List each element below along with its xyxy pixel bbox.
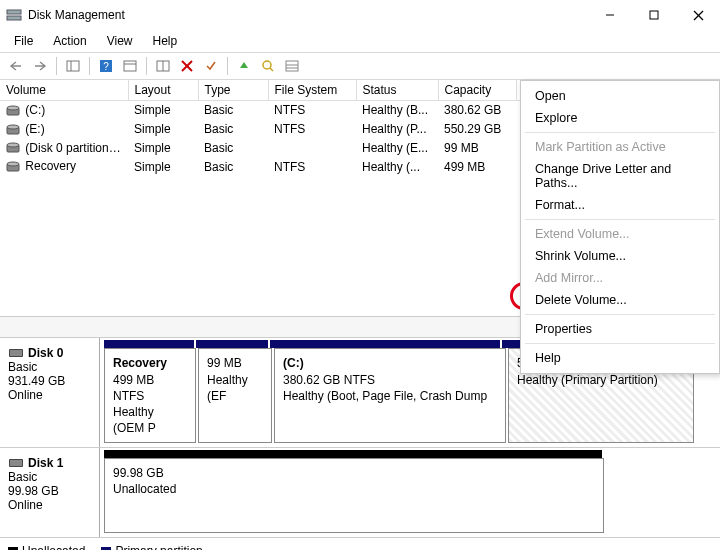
svg-rect-32	[10, 460, 22, 466]
col-volume[interactable]: Volume	[0, 80, 128, 101]
disk-icon	[8, 347, 24, 359]
menu-item-format[interactable]: Format...	[521, 194, 719, 216]
disk-0-name: Disk 0	[28, 346, 63, 360]
svg-rect-18	[286, 61, 298, 71]
menu-item-extend-volume: Extend Volume...	[521, 223, 719, 245]
up-arrow-icon[interactable]	[234, 56, 254, 76]
panel-icon[interactable]	[63, 56, 83, 76]
partition-box[interactable]: 99.98 GBUnallocated	[104, 458, 604, 533]
check-icon[interactable]	[201, 56, 221, 76]
svg-rect-10	[124, 61, 136, 71]
menu-item-delete-volume[interactable]: Delete Volume...	[521, 289, 719, 311]
disk-1-type: Basic	[8, 470, 91, 484]
delete-icon[interactable]	[177, 56, 197, 76]
col-filesystem[interactable]: File System	[268, 80, 356, 101]
forward-icon[interactable]	[30, 56, 50, 76]
svg-rect-6	[67, 61, 79, 71]
list-icon[interactable]	[282, 56, 302, 76]
svg-text:?: ?	[103, 61, 109, 72]
disk-1-state: Online	[8, 498, 91, 512]
svg-point-22	[7, 106, 19, 110]
refresh-icon[interactable]	[120, 56, 140, 76]
disk-1-header[interactable]: Disk 1 Basic 99.98 GB Online	[0, 448, 100, 537]
toolbar: ?	[0, 52, 720, 80]
partition-box[interactable]: Recovery499 MB NTFSHealthy (OEM P	[104, 348, 196, 443]
svg-rect-3	[650, 11, 658, 19]
svg-rect-30	[10, 350, 22, 356]
window-title: Disk Management	[28, 8, 588, 22]
menu-item-properties[interactable]: Properties	[521, 318, 719, 340]
disk-icon	[8, 457, 24, 469]
disk-0-size: 931.49 GB	[8, 374, 91, 388]
context-menu: OpenExploreMark Partition as ActiveChang…	[520, 80, 720, 374]
maximize-button[interactable]	[632, 0, 676, 30]
menu-item-mark-partition-as-active: Mark Partition as Active	[521, 136, 719, 158]
svg-line-17	[270, 68, 273, 71]
menu-item-change-drive-letter-and-paths[interactable]: Change Drive Letter and Paths...	[521, 158, 719, 194]
partition-box[interactable]: 99 MBHealthy (EF	[198, 348, 272, 443]
menu-view[interactable]: View	[99, 32, 141, 50]
menu-item-explore[interactable]: Explore	[521, 107, 719, 129]
legend-primary: Primary partition	[115, 544, 202, 550]
app-icon	[6, 7, 22, 23]
svg-point-28	[7, 162, 19, 166]
volume-icon	[6, 141, 20, 155]
svg-point-16	[263, 61, 271, 69]
disk-1-row: Disk 1 Basic 99.98 GB Online 99.98 GBUna…	[0, 448, 720, 538]
disk-0-type: Basic	[8, 360, 91, 374]
grid-icon[interactable]	[153, 56, 173, 76]
svg-rect-0	[7, 10, 21, 14]
col-status[interactable]: Status	[356, 80, 438, 101]
menubar: File Action View Help	[0, 30, 720, 52]
volume-icon	[6, 104, 20, 118]
svg-point-26	[7, 143, 19, 147]
disk-0-header[interactable]: Disk 0 Basic 931.49 GB Online	[0, 338, 100, 447]
volume-icon	[6, 160, 20, 174]
menu-item-add-mirror: Add Mirror...	[521, 267, 719, 289]
close-button[interactable]	[676, 0, 720, 30]
col-type[interactable]: Type	[198, 80, 268, 101]
disk-0-state: Online	[8, 388, 91, 402]
disk-1-size: 99.98 GB	[8, 484, 91, 498]
legend-unallocated: Unallocated	[22, 544, 85, 550]
minimize-button[interactable]	[588, 0, 632, 30]
menu-item-open[interactable]: Open	[521, 85, 719, 107]
menu-item-help[interactable]: Help	[521, 347, 719, 369]
col-capacity[interactable]: Capacity	[438, 80, 516, 101]
window-titlebar: Disk Management	[0, 0, 720, 30]
menu-file[interactable]: File	[6, 32, 41, 50]
volume-icon	[6, 123, 20, 137]
menu-action[interactable]: Action	[45, 32, 94, 50]
svg-rect-1	[7, 16, 21, 20]
partition-box[interactable]: (C:)380.62 GB NTFSHealthy (Boot, Page Fi…	[274, 348, 506, 443]
col-layout[interactable]: Layout	[128, 80, 198, 101]
search-icon[interactable]	[258, 56, 278, 76]
menu-help[interactable]: Help	[145, 32, 186, 50]
back-icon[interactable]	[6, 56, 26, 76]
svg-point-24	[7, 125, 19, 129]
disk-1-name: Disk 1	[28, 456, 63, 470]
volume-list: Volume Layout Type File System Status Ca…	[0, 80, 720, 316]
help-icon[interactable]: ?	[96, 56, 116, 76]
legend: Unallocated Primary partition	[0, 538, 720, 550]
menu-item-shrink-volume[interactable]: Shrink Volume...	[521, 245, 719, 267]
